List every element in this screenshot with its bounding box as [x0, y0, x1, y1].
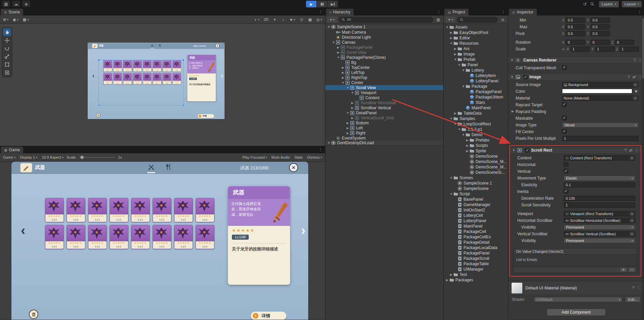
- snap-dropdown[interactable]: ▦▾: [22, 16, 30, 23]
- axis-field[interactable]: 0: [591, 40, 610, 45]
- undo-history-icon[interactable]: ↺: [583, 2, 587, 7]
- number-field[interactable]: 0.135: [564, 196, 635, 201]
- component-enabled-checkbox[interactable]: [525, 148, 529, 153]
- tree-item-content[interactable]: Content: [325, 95, 443, 100]
- foldout-arrow[interactable]: ▶: [336, 46, 340, 49]
- foldout-arrow[interactable]: ▼: [445, 26, 449, 29]
- hidden-objects-icon[interactable]: ∅: [298, 16, 305, 23]
- tab-hierarchy[interactable]: ≡Hierarchy: [326, 9, 354, 15]
- tree-item-demoscene[interactable]: DemoScene: [444, 154, 508, 159]
- grid-visibility-icon[interactable]: ▦: [307, 16, 313, 23]
- hierarchy-filter-icon[interactable]: ▥: [435, 16, 442, 23]
- mute-audio-toggle[interactable]: Mute Audio: [270, 154, 291, 160]
- weapon-category-tab[interactable]: [147, 163, 156, 171]
- display-dropdown[interactable]: Display 1▾: [18, 154, 39, 160]
- component-header-canvas-renderer[interactable]: ▼Canvas Renderer?⋮: [508, 56, 644, 64]
- tree-item-script[interactable]: ▼Script: [444, 191, 508, 197]
- foldout-arrow[interactable]: ▼: [346, 111, 350, 115]
- panel-menu-icon[interactable]: ⋮: [319, 9, 323, 14]
- foldout-arrow[interactable]: ▼: [336, 56, 340, 59]
- tree-item-samples[interactable]: ▼Samples: [444, 116, 508, 121]
- tree-item-lottery[interactable]: ▼Lottery: [444, 68, 508, 73]
- dropdown[interactable]: Sliced▾: [562, 122, 639, 128]
- prev-page-arrow[interactable]: ‹: [92, 73, 94, 78]
- tree-item-package[interactable]: ▼Package: [444, 84, 508, 89]
- foldout-arrow[interactable]: ▼: [453, 58, 457, 61]
- next-page-arrow[interactable]: ›: [301, 224, 306, 236]
- effects-dropdown-icon[interactable]: ★▾: [288, 16, 296, 23]
- tree-item-packagetable[interactable]: PackageTable: [444, 261, 508, 267]
- foldout-arrow[interactable]: ▼: [350, 91, 355, 94]
- foldout-arrow[interactable]: ▼: [346, 86, 350, 89]
- tree-item-samplescene-1[interactable]: SampleScene 1: [444, 181, 508, 186]
- object-picker-icon[interactable]: ⊙: [630, 212, 634, 216]
- object-picker-icon[interactable]: ⊙: [630, 156, 634, 160]
- weapon-card[interactable]: ★★★★★Lv.1: [131, 198, 150, 222]
- tree-item-packagescroll[interactable]: PackageScroll: [444, 256, 508, 261]
- tree-item-packagelocaldata[interactable]: PackageLocalData: [444, 245, 508, 250]
- foldout-arrow[interactable]: ▶: [465, 144, 470, 147]
- foldout-arrow[interactable]: ▶: [350, 116, 355, 120]
- tree-item-viewport[interactable]: ▼Viewport: [325, 90, 443, 95]
- dropdown[interactable]: Permanent▾: [564, 238, 635, 243]
- play-button[interactable]: ▶: [306, 1, 317, 7]
- trash-button[interactable]: [96, 113, 100, 118]
- axis-field[interactable]: 1: [619, 46, 639, 52]
- foldout-arrow[interactable]: ▼: [461, 133, 466, 136]
- weapon-card[interactable]: ★★★★★Lv.1: [67, 198, 85, 222]
- tree-item-verticalscroll-grid[interactable]: ▶VerticalScroll_Grid: [325, 115, 443, 120]
- tree-item-stars[interactable]: Stars: [444, 100, 508, 105]
- tree-item-basepanel[interactable]: BasePanel: [444, 197, 508, 202]
- axis-field[interactable]: 0: [615, 40, 634, 45]
- detail-button[interactable]: ! 详情: [198, 114, 214, 118]
- checkbox[interactable]: [564, 162, 568, 167]
- create-asset-button[interactable]: +▾: [445, 16, 455, 23]
- layers-dropdown[interactable]: Layers▾: [599, 1, 619, 7]
- weapon-card[interactable]: ★★★★★Lv.1: [88, 225, 107, 249]
- version-control-icon[interactable]: ◈: [22, 1, 30, 7]
- weapon-card[interactable]: ★★★★★Lv.1: [45, 198, 64, 222]
- tree-item-packagepanel-clone[interactable]: ▼PackagePanel(Clone): [325, 55, 443, 60]
- tab-scene[interactable]: ⊞Scene: [1, 9, 23, 15]
- tree-item-lotteryitem[interactable]: LotteryItem: [444, 73, 508, 78]
- trash-button[interactable]: [29, 310, 38, 319]
- tree-item-uimanager[interactable]: UIManager: [444, 267, 508, 272]
- tree-item-eventsystem[interactable]: EventSystem: [325, 135, 443, 141]
- kebab-icon[interactable]: ⋮: [635, 148, 639, 153]
- axis-field[interactable]: 0.5: [591, 31, 610, 36]
- axis-field[interactable]: 1: [570, 46, 590, 52]
- tree-item-lotterycell[interactable]: LotteryCell: [444, 213, 508, 218]
- tree-item-demoscenesi[interactable]: DemoSceneSi...: [444, 170, 508, 175]
- rect-tool-button[interactable]: [3, 61, 11, 68]
- close-button[interactable]: ×: [215, 44, 219, 48]
- foldout-arrow[interactable]: ▼: [512, 149, 516, 152]
- object-field[interactable]: None (Material)⊙: [562, 95, 639, 101]
- gizmos-dropdown[interactable]: Gizmos▾: [306, 154, 323, 160]
- pause-button[interactable]: [317, 1, 327, 7]
- tree-item-demo[interactable]: ▼Demo: [444, 132, 508, 137]
- weapon-card[interactable]: ★★★★★Lv.1: [174, 198, 193, 222]
- help-icon[interactable]: ?: [625, 148, 627, 153]
- tab-project[interactable]: ▤Project: [444, 9, 469, 15]
- foldout-arrow[interactable]: ▶: [449, 31, 453, 34]
- tree-item-packageuiitem[interactable]: PackageUIItem: [444, 94, 508, 100]
- tree-item-packagecell[interactable]: PackageCell: [444, 229, 508, 234]
- remove-event-button[interactable]: −: [628, 267, 636, 272]
- number-field[interactable]: 1: [562, 136, 639, 141]
- tree-item-sprite[interactable]: ▶Sprite: [444, 148, 508, 154]
- foldout-arrow[interactable]: ▼: [453, 122, 457, 126]
- weapon-card[interactable]: ★★★★★Lv.1: [110, 198, 128, 222]
- tree-item-ani[interactable]: ▶Ani: [444, 46, 508, 51]
- tree-item-right[interactable]: ▶Right: [325, 130, 443, 135]
- camera-settings-icon[interactable]: ◎▾: [315, 16, 323, 23]
- tree-item-resources[interactable]: ▼Resources: [444, 41, 508, 46]
- tree-item-assets[interactable]: ▼Assets: [444, 25, 508, 30]
- next-page-arrow[interactable]: ›: [221, 73, 223, 78]
- foldout-arrow[interactable]: ▶: [465, 149, 470, 153]
- detail-button[interactable]: ! 详情: [251, 312, 286, 320]
- food-category-tab[interactable]: [158, 43, 162, 47]
- weapon-card[interactable]: ★★★★★Lv.1: [153, 198, 171, 222]
- object-picker-icon[interactable]: ⊙: [630, 218, 634, 223]
- view-tool-button[interactable]: [3, 28, 11, 36]
- foldout-arrow[interactable]: ▶: [465, 138, 470, 142]
